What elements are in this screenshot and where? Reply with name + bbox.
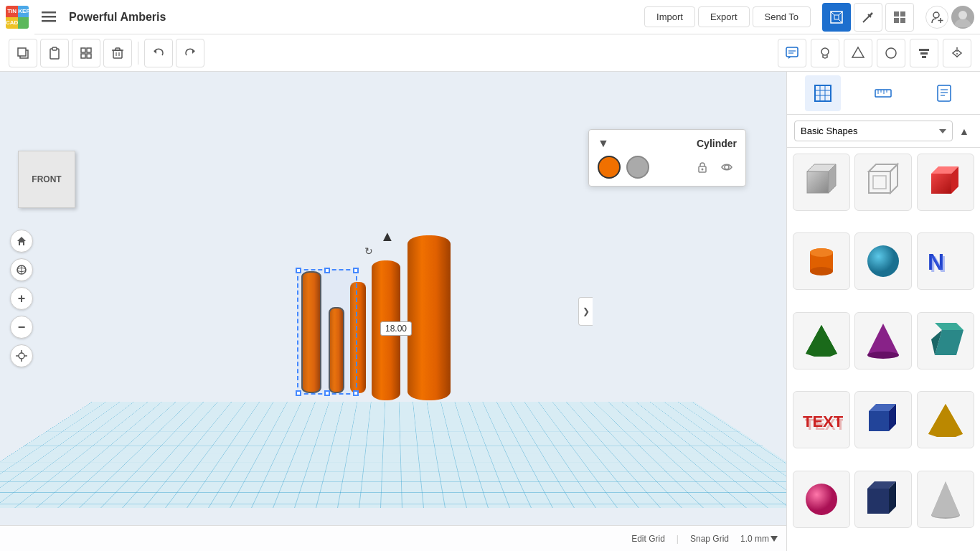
fit-view-button[interactable]	[10, 344, 33, 367]
toolbar-right	[778, 39, 971, 67]
color-swatch-gray[interactable]	[626, 156, 649, 179]
shape-pyramid-green[interactable]	[793, 312, 850, 369]
view-3d-button[interactable]	[822, 3, 851, 32]
panel-toggle-button[interactable]: ▲	[956, 123, 973, 140]
measure-value: 18.00	[385, 324, 407, 334]
panel-collapse-button[interactable]: ❯	[578, 297, 593, 326]
shape-box-navy[interactable]	[854, 471, 912, 528]
sel-handle-br[interactable]	[353, 390, 359, 396]
svg-rect-35	[786, 47, 798, 57]
shape-sphere-blue[interactable]	[854, 232, 912, 290]
props-chevron[interactable]: ▼	[598, 137, 609, 150]
svg-text:TEXT: TEXT	[805, 415, 843, 433]
send-to-button[interactable]: Send To	[753, 6, 811, 27]
copy-tool-button[interactable]	[9, 39, 37, 67]
shape-cone-purple[interactable]	[854, 312, 912, 369]
export-button[interactable]: Export	[698, 6, 750, 27]
svg-rect-21	[18, 48, 26, 56]
lock-icon[interactable]	[692, 157, 712, 177]
shape-3d-text[interactable]: N N	[917, 232, 974, 290]
app-logo[interactable]: TIN KER CAD	[0, 0, 34, 34]
cylinder-object-5[interactable]	[407, 235, 451, 400]
shape-pyramid-yellow[interactable]	[917, 391, 974, 448]
topbar: TIN KER CAD Powerful Amberis Import Expo…	[0, 0, 980, 34]
snap-grid-label: Snap Grid	[690, 534, 729, 544]
svg-point-89	[867, 352, 899, 359]
svg-point-39	[886, 48, 896, 58]
comment-button[interactable]	[778, 39, 806, 67]
user-avatar[interactable]	[951, 6, 974, 29]
svg-rect-30	[116, 48, 120, 50]
snap-value[interactable]: 1.0 mm	[740, 534, 778, 544]
svg-marker-33	[154, 50, 156, 54]
view-cube-label: FRONT	[32, 174, 61, 184]
shape-sphere-pink[interactable]	[793, 471, 850, 528]
edit-grid-button[interactable]: Edit Grid	[631, 534, 665, 544]
viewport[interactable]: FRONT + − ▲ ↻	[0, 72, 786, 551]
shape-category-dropdown[interactable]: Basic Shapes Featured Text & Numbers Con…	[794, 121, 953, 141]
snap-value-text: 1.0 mm	[740, 534, 769, 544]
sel-handle-tr[interactable]	[353, 268, 359, 273]
orbit-button[interactable]	[10, 258, 33, 281]
svg-rect-72	[869, 171, 890, 193]
logo-bl: CAD	[6, 17, 18, 29]
redo-tool-button[interactable]	[176, 39, 204, 67]
shape-cube-red[interactable]	[917, 154, 974, 211]
main-area: FRONT + − ▲ ↻	[0, 72, 980, 551]
import-button[interactable]: Import	[644, 6, 695, 27]
svg-marker-106	[931, 481, 960, 517]
props-header: ▼ Cylinder	[598, 137, 737, 150]
shape-cone-gray[interactable]	[917, 471, 974, 528]
shape-category-selector: Basic Shapes Featured Text & Numbers Con…	[787, 115, 980, 148]
tab-ruler[interactable]	[865, 75, 901, 111]
toolbar	[0, 34, 980, 72]
zoom-in-icon: +	[18, 291, 26, 306]
tab-notes[interactable]	[926, 75, 962, 111]
add-user-button[interactable]	[925, 6, 948, 29]
zoom-in-button[interactable]: +	[10, 287, 33, 310]
svg-rect-0	[42, 11, 56, 14]
circle-button[interactable]	[877, 39, 905, 67]
move-arrow-up[interactable]: ▲	[380, 228, 395, 245]
home-view-button[interactable]	[10, 230, 33, 253]
right-panel-tabs	[787, 72, 980, 115]
svg-rect-27	[87, 54, 91, 58]
tab-grid[interactable]	[805, 75, 841, 111]
align-button[interactable]	[910, 39, 938, 67]
shape-text-red[interactable]: TEXT TEXT	[793, 391, 850, 448]
sel-handle-tl[interactable]	[296, 268, 301, 273]
blocks-button[interactable]	[885, 3, 914, 32]
sel-handle-bl[interactable]	[296, 390, 301, 396]
shape-button[interactable]	[844, 39, 872, 67]
paste-tool-button[interactable]	[40, 39, 69, 67]
pickaxe-button[interactable]	[854, 3, 882, 32]
sel-handle-bm[interactable]	[324, 390, 330, 396]
view-cube[interactable]: FRONT	[18, 151, 75, 208]
rotate-handle[interactable]: ↻	[364, 245, 373, 257]
bottom-bar: Edit Grid | Snap Grid 1.0 mm	[0, 525, 786, 551]
color-swatch-orange[interactable]	[598, 156, 621, 179]
measurement-label: 18.00	[380, 321, 412, 336]
shape-cylinder-orange[interactable]	[793, 232, 850, 290]
sel-handle-tm[interactable]	[324, 268, 330, 273]
shape-box-solid[interactable]	[793, 154, 850, 211]
delete-tool-button[interactable]	[103, 39, 132, 67]
bulb-button[interactable]	[811, 39, 839, 67]
separator: |	[677, 534, 679, 544]
svg-rect-41	[920, 52, 928, 55]
mirror-button[interactable]	[943, 39, 971, 67]
svg-rect-12	[900, 11, 905, 17]
right-panel: Basic Shapes Featured Text & Numbers Con…	[786, 72, 980, 551]
svg-rect-7	[834, 15, 839, 19]
group-tool-button[interactable]	[72, 39, 100, 67]
visibility-icon[interactable]	[717, 157, 737, 177]
shape-box-hollow[interactable]	[854, 154, 912, 211]
viewport-objects[interactable]: ▲ ↻ 18.00	[287, 228, 502, 408]
shape-box-blue[interactable]	[854, 391, 912, 448]
menu-icon[interactable]	[34, 0, 63, 34]
shape-prism-teal[interactable]	[917, 312, 974, 369]
zoom-out-button[interactable]: −	[10, 316, 33, 339]
project-title[interactable]: Powerful Amberis	[63, 11, 644, 24]
undo-tool-button[interactable]	[144, 39, 173, 67]
shapes-grid: N N	[787, 148, 980, 551]
